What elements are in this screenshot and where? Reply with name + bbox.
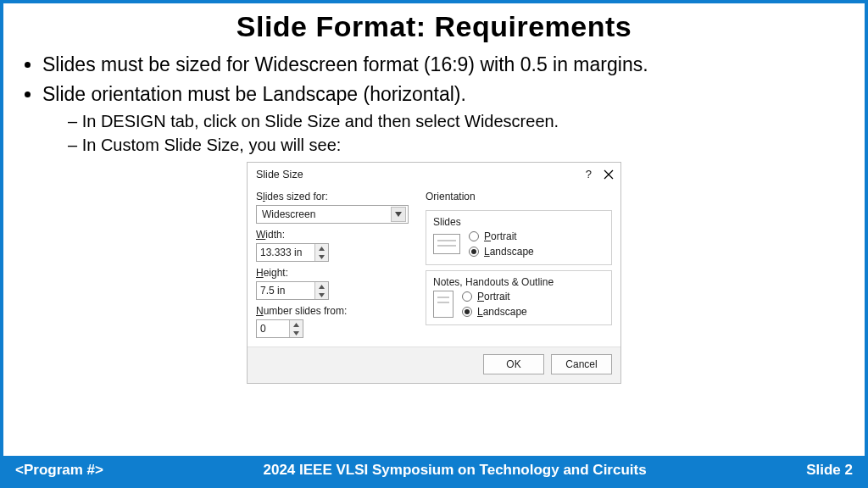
portrait-radio[interactable]: Portrait	[462, 291, 527, 302]
slides-group-title: Slides	[433, 216, 604, 228]
slide-content: Slide Format: Requirements Slides must b…	[3, 3, 865, 456]
height-spinner[interactable]: 7.5 in	[256, 281, 329, 300]
spin-up-icon[interactable]	[315, 244, 328, 252]
page-icon	[433, 291, 453, 318]
number-from-spinner[interactable]: 0	[256, 319, 303, 338]
svg-marker-4	[319, 255, 325, 259]
svg-marker-2	[395, 212, 402, 217]
sub-bullet-item: In DESIGN tab, click on Slide Size and t…	[68, 109, 848, 133]
orientation-label: Orientation	[426, 191, 612, 202]
ok-button[interactable]: OK	[483, 354, 544, 374]
notes-group-title: Notes, Handouts & Outline	[433, 276, 604, 288]
landscape-radio[interactable]: Landscape	[469, 246, 534, 258]
spin-down-icon[interactable]	[315, 252, 328, 261]
radio-icon	[462, 291, 472, 302]
bullet-list: Slides must be sized for Widescreen form…	[20, 52, 848, 157]
close-icon[interactable]	[604, 169, 614, 180]
spinner-buttons	[289, 320, 303, 337]
footer-center: 2024 IEEE VLSI Symposium on Technology a…	[263, 462, 646, 479]
radio-icon	[469, 231, 479, 241]
svg-marker-8	[293, 331, 299, 336]
radio-icon	[462, 307, 472, 317]
portrait-radio[interactable]: Portrait	[469, 230, 534, 242]
landscape-radio[interactable]: Landscape	[462, 306, 527, 318]
notes-orientation-group: Notes, Handouts & Outline Portrait	[426, 270, 612, 325]
bullet-item: Slide orientation must be Landscape (hor…	[42, 81, 848, 157]
width-label: Width:	[256, 229, 417, 241]
svg-marker-6	[319, 293, 325, 297]
svg-marker-7	[293, 323, 299, 327]
dialog-left-column: Slides sized for: Widescreen Width: 13.3…	[256, 186, 417, 338]
dialog-body: Slides sized for: Widescreen Width: 13.3…	[248, 184, 620, 347]
width-value: 13.333 in	[257, 247, 314, 258]
sub-bullet-item: In Custom Slide Size, you will see:	[68, 133, 848, 157]
sized-for-value: Widescreen	[262, 208, 315, 220]
bullet-item: Slides must be sized for Widescreen form…	[42, 52, 848, 78]
orientation-row: Portrait Landscape	[433, 291, 604, 318]
sub-bullet-list: In DESIGN tab, click on Slide Size and t…	[42, 109, 848, 157]
titlebar-controls: ?	[586, 168, 614, 180]
dialog-title: Slide Size	[256, 169, 303, 180]
spin-down-icon[interactable]	[290, 329, 303, 337]
spin-up-icon[interactable]	[290, 320, 303, 329]
slides-orientation-group: Slides Portrait	[426, 210, 612, 265]
help-button[interactable]: ?	[586, 168, 592, 180]
footer-right: Slide 2	[806, 462, 853, 479]
spin-up-icon[interactable]	[315, 282, 328, 291]
slide-footer: <Program #> 2024 IEEE VLSI Symposium on …	[3, 456, 865, 485]
page-icon	[433, 234, 460, 254]
svg-marker-5	[319, 285, 325, 289]
cancel-button[interactable]: Cancel	[551, 354, 612, 374]
slide-size-dialog: Slide Size ? Slides sized for: Widescree…	[247, 162, 621, 384]
height-value: 7.5 in	[257, 285, 314, 297]
sized-for-combo[interactable]: Widescreen	[256, 205, 409, 224]
height-label: Height:	[256, 267, 417, 279]
sized-for-label: Slides sized for:	[256, 191, 417, 202]
spin-down-icon[interactable]	[315, 291, 328, 299]
dialog-right-column: Orientation Slides Portrait	[426, 186, 612, 338]
chevron-down-icon[interactable]	[391, 207, 406, 222]
width-spinner[interactable]: 13.333 in	[256, 243, 329, 262]
spinner-buttons	[314, 244, 328, 261]
dialog-wrapper: Slide Size ? Slides sized for: Widescree…	[20, 162, 848, 384]
radio-icon	[469, 247, 479, 257]
dialog-titlebar: Slide Size ?	[248, 163, 620, 184]
spinner-buttons	[314, 282, 328, 299]
bullet-text: Slide orientation must be Landscape (hor…	[42, 83, 466, 105]
slide-frame: Slide Format: Requirements Slides must b…	[0, 0, 868, 488]
dialog-button-row: OK Cancel	[248, 347, 620, 383]
footer-left: <Program #>	[15, 462, 103, 479]
number-from-label: Number slides from:	[256, 305, 417, 317]
radio-group: Portrait Landscape	[469, 230, 534, 258]
orientation-row: Portrait Landscape	[433, 230, 604, 258]
svg-marker-3	[319, 247, 325, 251]
page-title: Slide Format: Requirements	[20, 10, 848, 43]
number-from-value: 0	[257, 323, 289, 335]
radio-group: Portrait Landscape	[462, 291, 527, 318]
